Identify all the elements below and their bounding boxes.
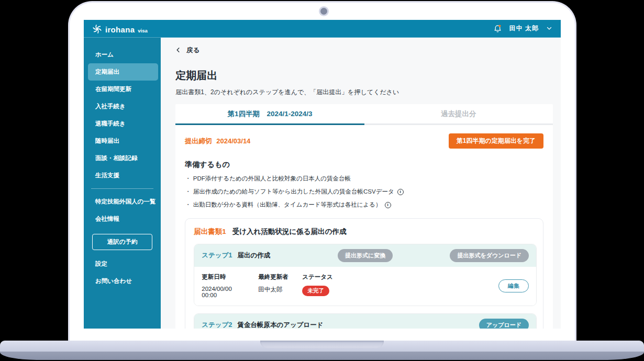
tab-bar: 第1四半期 2024/1-2024/3 過去提出分 (175, 104, 553, 125)
info-icon[interactable]: i (385, 202, 391, 208)
app-logo[interactable]: irohana visa (92, 22, 148, 35)
document-title: 受け入れ活動状況に係る届出の作成 (232, 227, 347, 236)
step-1-detail: 更新日時 2024/00/00 00:00 最終更新者 田中太郎 (194, 267, 536, 306)
laptop-camera (320, 8, 327, 15)
document-1-card: 届出書類1 受け入れ活動状況に係る届出の作成 ステップ1 届出の作成 (185, 218, 543, 329)
laptop-mockup: irohana visa 田中 太郎 (0, 0, 644, 361)
sidebar-divider (91, 188, 153, 189)
laptop-base-edge (0, 352, 644, 360)
preparation-section: 準備するもの ・ PDF添付するための外国人と比較対象の日本人の賃金台帳 ・ 届… (185, 160, 543, 209)
document-badge: 届出書類1 (194, 227, 226, 236)
deadline-date: 2024/03/14 (216, 137, 250, 145)
convert-format-button[interactable]: 提出形式に変換 (338, 249, 393, 262)
sidebar-item-nyusha[interactable]: 入社手続き (84, 98, 161, 115)
step-title: 届出の作成 (237, 251, 270, 260)
sidebar-item-taishoku[interactable]: 退職手続き (84, 115, 161, 132)
pinwheel-logo-icon (92, 22, 102, 35)
back-label: 戻る (186, 46, 199, 55)
preparation-title: 準備するもの (185, 160, 543, 170)
laptop-base (0, 341, 644, 352)
sidebar-item-zuiji-todokede[interactable]: 随時届出 (84, 132, 161, 150)
tab-past-submissions[interactable]: 過去提出分 (364, 104, 553, 125)
deadline-label: 提出締切 (185, 137, 212, 145)
step-2-card: ステップ2 賃金台帳原本のアップロード アップロード (194, 313, 537, 329)
sidebar: ホーム 定期届出 在留期間更新 入社手続き 退職手続き 随時届出 面談・相談記録… (84, 38, 161, 329)
step-2-header: ステップ2 賃金台帳原本のアップロード アップロード (194, 314, 536, 329)
page-description: 届出書類1、2のそれぞれのステップを進んで、「届出提出」を押してください (175, 88, 553, 97)
logo-product: visa (138, 28, 148, 33)
sidebar-item-home[interactable]: ホーム (84, 46, 161, 63)
edit-button[interactable]: 編集 (498, 279, 529, 292)
page-title: 定期届出 (175, 69, 553, 83)
sidebar-item-seikatsu-shien[interactable]: 生活支援 (84, 167, 161, 184)
sidebar-item-mendan-kiroku[interactable]: 面談・相談記録 (84, 150, 161, 167)
updated-at-value: 2024/00/00 00:00 (202, 286, 247, 298)
complete-quarter-button[interactable]: 第1四半期の定期届出を完了 (449, 133, 543, 149)
interpreter-booking-button[interactable]: 通訳の予約 (92, 234, 152, 250)
step-1-header: ステップ1 届出の作成 提出形式に変換 提出形式をダウンロード (194, 244, 536, 267)
download-format-button[interactable]: 提出形式をダウンロード (450, 249, 529, 262)
column-header-updated-at: 更新日時 (202, 273, 247, 281)
sidebar-item-settings[interactable]: 設定 (84, 255, 161, 273)
info-icon[interactable]: i (397, 189, 404, 195)
column-header-updated-by: 最終更新者 (258, 273, 291, 281)
laptop-notch (260, 341, 384, 348)
user-menu[interactable]: 田中 太郎 (509, 24, 539, 33)
preparation-item-text: 届出作成のための給与ソフト等から出力した外国人の賃金台帳CSVデータ (193, 188, 394, 196)
periodic-report-panel: 第1四半期 2024/1-2024/3 過去提出分 提出締切2024/03/14… (175, 104, 553, 329)
step-title: 賃金台帳原本のアップロード (237, 321, 323, 329)
sidebar-item-kaisha-joho[interactable]: 会社情報 (84, 210, 161, 228)
notification-bell-icon[interactable] (493, 24, 502, 33)
step-1-card: ステップ1 届出の作成 提出形式に変換 提出形式をダウンロード (194, 244, 537, 306)
status-badge: 未完了 (302, 286, 329, 296)
sidebar-item-zairyu-koshin[interactable]: 在留期間更新 (84, 81, 161, 98)
updated-by-value: 田中太郎 (258, 286, 291, 294)
app-window: irohana visa 田中 太郎 (84, 20, 561, 329)
back-link[interactable]: 戻る (175, 46, 207, 55)
topbar: irohana visa 田中 太郎 (84, 20, 561, 38)
preparation-item: ・ 出勤日数が分かる資料（出勤簿、タイムカード等形式は各社による） i (185, 201, 543, 209)
preparation-item: ・ PDF添付するための外国人と比較対象の日本人の賃金台帳 (185, 175, 543, 183)
preparation-item: ・ 届出作成のための給与ソフト等から出力した外国人の賃金台帳CSVデータ i (185, 188, 543, 196)
tab-current-quarter[interactable]: 第1四半期 2024/1-2024/3 (175, 104, 364, 125)
sidebar-item-gaikokujin-ichiran[interactable]: 特定技能外国人の一覧 (84, 193, 161, 210)
preparation-item-text: PDF添付するための外国人と比較対象の日本人の賃金台帳 (193, 175, 351, 183)
chevron-down-icon[interactable] (546, 24, 552, 33)
sidebar-item-teiki-todokede[interactable]: 定期届出 (88, 63, 158, 81)
chevron-left-icon (175, 47, 181, 54)
column-header-status: ステータス (302, 273, 333, 281)
preparation-item-text: 出勤日数が分かる資料（出勤簿、タイムカード等形式は各社による） (193, 201, 382, 209)
main-content: 戻る 定期届出 届出書類1、2のそれぞれのステップを進んで、「届出提出」を押して… (161, 38, 561, 329)
step-label: ステップ2 (202, 321, 232, 329)
sidebar-item-contact[interactable]: お問い合わせ (84, 273, 161, 290)
step-label: ステップ1 (202, 251, 232, 260)
logo-wordmark: irohana (105, 25, 135, 34)
upload-button[interactable]: アップロード (479, 319, 529, 329)
deadline: 提出締切2024/03/14 (185, 137, 250, 146)
laptop-bezel: irohana visa 田中 太郎 (68, 1, 576, 341)
